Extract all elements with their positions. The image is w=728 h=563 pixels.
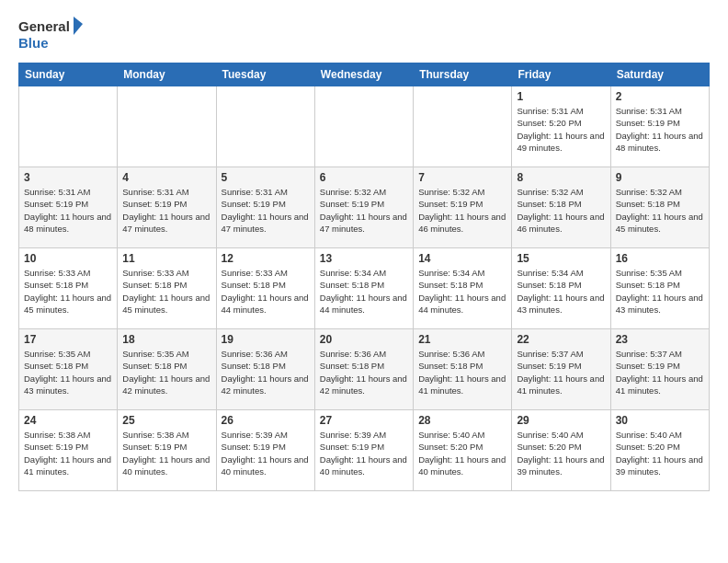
- day-cell: 9Sunrise: 5:32 AM Sunset: 5:18 PM Daylig…: [610, 167, 709, 248]
- col-header-saturday: Saturday: [610, 63, 709, 86]
- day-cell: 29Sunrise: 5:40 AM Sunset: 5:20 PM Dayli…: [512, 410, 610, 491]
- day-number: 28: [418, 414, 506, 427]
- day-info: Sunrise: 5:40 AM Sunset: 5:20 PM Dayligh…: [616, 429, 704, 477]
- day-number: 22: [517, 333, 605, 346]
- day-cell: 25Sunrise: 5:38 AM Sunset: 5:19 PM Dayli…: [118, 410, 216, 491]
- day-cell: 8Sunrise: 5:32 AM Sunset: 5:18 PM Daylig…: [512, 167, 610, 248]
- day-number: 30: [616, 414, 704, 427]
- day-number: 18: [122, 333, 210, 346]
- day-info: Sunrise: 5:33 AM Sunset: 5:18 PM Dayligh…: [24, 267, 112, 316]
- day-info: Sunrise: 5:36 AM Sunset: 5:18 PM Dayligh…: [320, 348, 408, 396]
- day-number: 8: [517, 171, 605, 184]
- day-info: Sunrise: 5:40 AM Sunset: 5:20 PM Dayligh…: [418, 429, 506, 477]
- day-number: 6: [320, 171, 408, 184]
- day-cell: 20Sunrise: 5:36 AM Sunset: 5:18 PM Dayli…: [314, 329, 413, 410]
- page: GeneralBlue SundayMondayTuesdayWednesday…: [0, 0, 728, 510]
- day-info: Sunrise: 5:34 AM Sunset: 5:18 PM Dayligh…: [320, 267, 408, 316]
- day-number: 29: [517, 414, 605, 427]
- day-number: 24: [24, 414, 112, 427]
- day-cell: 6Sunrise: 5:32 AM Sunset: 5:19 PM Daylig…: [314, 167, 413, 248]
- col-header-tuesday: Tuesday: [216, 63, 314, 86]
- day-info: Sunrise: 5:31 AM Sunset: 5:19 PM Dayligh…: [222, 186, 310, 235]
- day-info: Sunrise: 5:38 AM Sunset: 5:19 PM Dayligh…: [122, 429, 210, 477]
- col-header-monday: Monday: [118, 63, 216, 86]
- day-cell: 12Sunrise: 5:33 AM Sunset: 5:18 PM Dayli…: [216, 248, 314, 329]
- day-info: Sunrise: 5:39 AM Sunset: 5:19 PM Dayligh…: [222, 429, 310, 477]
- day-info: Sunrise: 5:32 AM Sunset: 5:18 PM Dayligh…: [517, 186, 605, 235]
- day-cell: 3Sunrise: 5:31 AM Sunset: 5:19 PM Daylig…: [19, 167, 118, 248]
- day-number: 23: [616, 333, 704, 346]
- day-cell: 10Sunrise: 5:33 AM Sunset: 5:18 PM Dayli…: [19, 248, 118, 329]
- day-info: Sunrise: 5:36 AM Sunset: 5:18 PM Dayligh…: [222, 348, 310, 396]
- day-info: Sunrise: 5:35 AM Sunset: 5:18 PM Dayligh…: [24, 348, 112, 396]
- day-number: 21: [418, 333, 506, 346]
- day-cell: 28Sunrise: 5:40 AM Sunset: 5:20 PM Dayli…: [414, 410, 512, 491]
- day-number: 4: [122, 171, 210, 184]
- header: GeneralBlue: [18, 15, 710, 53]
- day-info: Sunrise: 5:34 AM Sunset: 5:18 PM Dayligh…: [418, 267, 506, 316]
- week-row-4: 17Sunrise: 5:35 AM Sunset: 5:18 PM Dayli…: [19, 329, 710, 410]
- day-cell: 24Sunrise: 5:38 AM Sunset: 5:19 PM Dayli…: [19, 410, 118, 491]
- day-number: 20: [320, 333, 408, 346]
- day-info: Sunrise: 5:39 AM Sunset: 5:19 PM Dayligh…: [320, 429, 408, 477]
- day-number: 27: [320, 414, 408, 427]
- day-cell: 27Sunrise: 5:39 AM Sunset: 5:19 PM Dayli…: [314, 410, 413, 491]
- day-number: 17: [24, 333, 112, 346]
- day-number: 7: [418, 171, 506, 184]
- day-number: 25: [122, 414, 210, 427]
- day-cell: 2Sunrise: 5:31 AM Sunset: 5:19 PM Daylig…: [610, 86, 709, 167]
- day-info: Sunrise: 5:33 AM Sunset: 5:18 PM Dayligh…: [222, 267, 310, 316]
- day-number: 9: [616, 171, 704, 184]
- day-cell: 21Sunrise: 5:36 AM Sunset: 5:18 PM Dayli…: [414, 329, 512, 410]
- day-cell: 19Sunrise: 5:36 AM Sunset: 5:18 PM Dayli…: [216, 329, 314, 410]
- week-row-3: 10Sunrise: 5:33 AM Sunset: 5:18 PM Dayli…: [19, 248, 710, 329]
- day-cell: 26Sunrise: 5:39 AM Sunset: 5:19 PM Dayli…: [216, 410, 314, 491]
- col-header-thursday: Thursday: [414, 63, 512, 86]
- calendar: SundayMondayTuesdayWednesdayThursdayFrid…: [18, 63, 710, 491]
- day-info: Sunrise: 5:35 AM Sunset: 5:18 PM Dayligh…: [122, 348, 210, 396]
- day-number: 10: [24, 252, 112, 265]
- calendar-header-row: SundayMondayTuesdayWednesdayThursdayFrid…: [19, 63, 710, 86]
- day-cell: 7Sunrise: 5:32 AM Sunset: 5:19 PM Daylig…: [414, 167, 512, 248]
- day-info: Sunrise: 5:32 AM Sunset: 5:19 PM Dayligh…: [418, 186, 506, 235]
- col-header-friday: Friday: [512, 63, 610, 86]
- day-cell: [414, 86, 512, 167]
- day-cell: [314, 86, 413, 167]
- day-number: 2: [616, 90, 704, 103]
- day-number: 16: [616, 252, 704, 265]
- day-cell: 17Sunrise: 5:35 AM Sunset: 5:18 PM Dayli…: [19, 329, 118, 410]
- day-cell: [216, 86, 314, 167]
- day-number: 14: [418, 252, 506, 265]
- day-cell: 13Sunrise: 5:34 AM Sunset: 5:18 PM Dayli…: [314, 248, 413, 329]
- day-info: Sunrise: 5:38 AM Sunset: 5:19 PM Dayligh…: [24, 429, 112, 477]
- day-number: 5: [222, 171, 310, 184]
- day-info: Sunrise: 5:34 AM Sunset: 5:18 PM Dayligh…: [517, 267, 605, 316]
- day-info: Sunrise: 5:36 AM Sunset: 5:18 PM Dayligh…: [418, 348, 506, 396]
- day-info: Sunrise: 5:31 AM Sunset: 5:19 PM Dayligh…: [616, 105, 704, 154]
- day-number: 19: [222, 333, 310, 346]
- svg-text:General: General: [18, 18, 70, 34]
- day-cell: [19, 86, 118, 167]
- week-row-5: 24Sunrise: 5:38 AM Sunset: 5:19 PM Dayli…: [19, 410, 710, 491]
- day-cell: 5Sunrise: 5:31 AM Sunset: 5:19 PM Daylig…: [216, 167, 314, 248]
- col-header-sunday: Sunday: [19, 63, 118, 86]
- day-info: Sunrise: 5:35 AM Sunset: 5:18 PM Dayligh…: [616, 267, 704, 316]
- day-info: Sunrise: 5:32 AM Sunset: 5:19 PM Dayligh…: [320, 186, 408, 235]
- day-cell: [118, 86, 216, 167]
- col-header-wednesday: Wednesday: [314, 63, 413, 86]
- day-number: 15: [517, 252, 605, 265]
- day-cell: 1Sunrise: 5:31 AM Sunset: 5:20 PM Daylig…: [512, 86, 610, 167]
- logo: GeneralBlue: [18, 15, 83, 53]
- day-number: 13: [320, 252, 408, 265]
- day-number: 12: [222, 252, 310, 265]
- day-cell: 16Sunrise: 5:35 AM Sunset: 5:18 PM Dayli…: [610, 248, 709, 329]
- day-cell: 30Sunrise: 5:40 AM Sunset: 5:20 PM Dayli…: [610, 410, 709, 491]
- svg-marker-2: [74, 17, 83, 35]
- day-cell: 14Sunrise: 5:34 AM Sunset: 5:18 PM Dayli…: [414, 248, 512, 329]
- day-info: Sunrise: 5:37 AM Sunset: 5:19 PM Dayligh…: [517, 348, 605, 396]
- day-cell: 23Sunrise: 5:37 AM Sunset: 5:19 PM Dayli…: [610, 329, 709, 410]
- day-info: Sunrise: 5:33 AM Sunset: 5:18 PM Dayligh…: [122, 267, 210, 316]
- day-number: 3: [24, 171, 112, 184]
- day-info: Sunrise: 5:31 AM Sunset: 5:20 PM Dayligh…: [517, 105, 605, 154]
- day-info: Sunrise: 5:31 AM Sunset: 5:19 PM Dayligh…: [24, 186, 112, 235]
